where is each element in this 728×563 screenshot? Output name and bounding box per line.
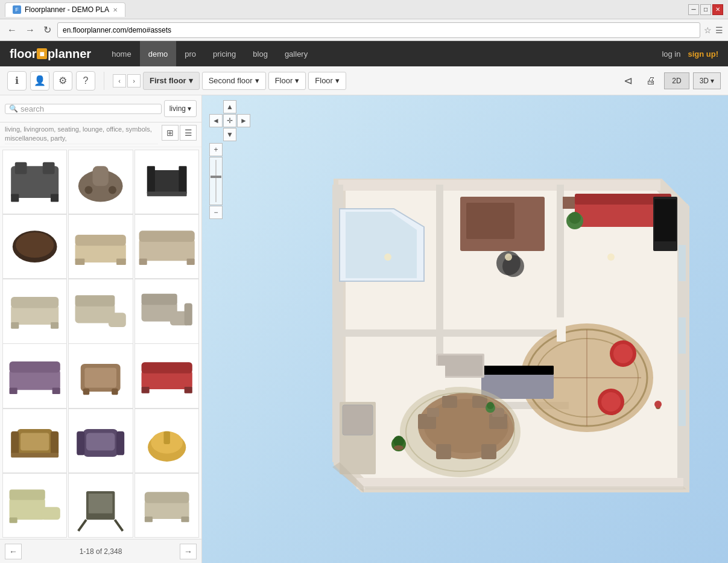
nav-right: log in sign up! — [662, 49, 718, 59]
svg-point-117 — [400, 387, 521, 477]
svg-rect-52 — [86, 433, 115, 450]
svg-rect-47 — [21, 433, 49, 450]
pan-up-button[interactable]: ▲ — [223, 100, 236, 113]
view-3d-button[interactable]: 3D ▾ — [693, 72, 721, 89]
nav-pricing[interactable]: pricing — [204, 41, 244, 66]
tab-close-button[interactable]: ✕ — [113, 7, 118, 13]
next-floor-button[interactable]: › — [127, 74, 141, 87]
print-button[interactable]: 🖨 — [641, 71, 660, 91]
next-page-button[interactable]: → — [180, 544, 197, 559]
svg-point-103 — [601, 392, 621, 412]
browser-tab[interactable]: F Floorplanner - DEMO PLA ✕ — [5, 2, 125, 17]
furniture-item-4[interactable] — [2, 214, 67, 279]
svg-rect-28 — [109, 313, 126, 327]
address-bar[interactable] — [57, 22, 700, 38]
nav-demo[interactable]: demo — [140, 41, 177, 66]
search-input[interactable] — [21, 104, 157, 113]
furniture-item-12[interactable] — [135, 343, 199, 408]
furniture-item-18[interactable] — [135, 473, 199, 538]
svg-rect-22 — [186, 258, 194, 265]
svg-rect-69 — [181, 517, 189, 522]
svg-line-65 — [115, 520, 123, 530]
zoom-slider-handle[interactable] — [210, 176, 221, 178]
app-logo: floor ■ planner — [10, 47, 91, 61]
svg-rect-57 — [163, 431, 170, 444]
furniture-item-2[interactable] — [68, 150, 133, 214]
pan-left-button[interactable]: ◄ — [209, 114, 223, 127]
nav-blog[interactable]: blog — [244, 41, 276, 66]
svg-rect-17 — [75, 258, 85, 265]
svg-line-64 — [78, 520, 86, 530]
category-dropdown[interactable]: living ▾ — [164, 100, 197, 117]
prev-page-button[interactable]: ← — [5, 544, 22, 559]
furniture-item-13[interactable] — [2, 409, 67, 473]
reload-button[interactable]: ↻ — [41, 23, 54, 37]
furniture-item-14[interactable] — [68, 409, 133, 473]
svg-rect-72 — [338, 180, 660, 191]
svg-rect-129 — [436, 366, 445, 390]
furniture-item-6[interactable] — [135, 214, 199, 279]
signup-link[interactable]: sign up! — [688, 49, 718, 59]
tab-title: Floorplanner - DEMO PLA — [25, 5, 109, 14]
toolbar-icons: ℹ 👤 ⚙ ? — [7, 71, 95, 91]
info-button[interactable]: ℹ — [7, 71, 27, 91]
first-floor-button[interactable]: First floor ▾ — [143, 72, 200, 90]
floor-navigation: ‹ › First floor ▾ Second floor ▾ Floor ▾… — [113, 72, 346, 90]
furniture-item-17[interactable] — [68, 473, 133, 538]
minimize-button[interactable]: ─ — [688, 4, 699, 15]
svg-rect-26 — [51, 322, 59, 329]
search-input-wrapper: 🔍 — [5, 104, 162, 114]
svg-rect-41 — [112, 389, 118, 395]
furniture-item-1[interactable] — [2, 150, 67, 214]
second-floor-button[interactable]: Second floor ▾ — [202, 72, 266, 90]
prev-floor-button[interactable]: ‹ — [113, 74, 126, 87]
bookmark-button[interactable]: ☆ — [704, 25, 712, 35]
view-2d-button[interactable]: 2D — [664, 72, 689, 89]
svg-rect-24 — [11, 297, 59, 308]
zoom-in-button[interactable]: + — [209, 143, 223, 156]
svg-point-123 — [394, 445, 404, 450]
nav-home[interactable]: home — [103, 41, 140, 66]
zoom-bar: + − — [209, 143, 250, 219]
furniture-item-16[interactable] — [2, 473, 67, 538]
close-button[interactable]: ✕ — [712, 4, 723, 15]
zoom-slider-track[interactable] — [209, 157, 223, 205]
floor4-button[interactable]: Floor ▾ — [308, 72, 346, 90]
pan-center-button[interactable]: ✛ — [223, 114, 236, 127]
floor3-button[interactable]: Floor ▾ — [268, 72, 306, 90]
floor3-label: Floor — [275, 76, 293, 85]
settings-button[interactable]: ⚙ — [53, 71, 72, 91]
share-button[interactable]: ⊲ — [618, 71, 638, 91]
zoom-out-button[interactable]: − — [209, 206, 223, 219]
first-floor-label: First floor — [150, 76, 186, 85]
svg-rect-36 — [10, 388, 17, 395]
furniture-item-10[interactable] — [2, 343, 67, 408]
person-button[interactable]: 👤 — [30, 71, 49, 91]
furniture-item-3[interactable] — [135, 150, 199, 214]
list-view-button[interactable]: ☰ — [180, 125, 197, 141]
grid-view-button[interactable]: ⊞ — [162, 125, 179, 141]
login-link[interactable]: log in — [662, 49, 680, 59]
logo-icon: ■ — [37, 48, 46, 59]
canvas-area[interactable]: ▲ ◄ ✛ ► ▼ + — [202, 95, 728, 563]
svg-rect-40 — [83, 389, 90, 395]
forward-button[interactable]: → — [23, 24, 37, 37]
nav-gallery[interactable]: gallery — [276, 41, 316, 66]
furniture-item-9[interactable] — [135, 279, 199, 343]
svg-rect-10 — [147, 166, 154, 194]
nav-pro[interactable]: pro — [176, 41, 204, 66]
back-button[interactable]: ← — [5, 24, 19, 37]
svg-rect-39 — [85, 368, 117, 388]
menu-button[interactable]: ☰ — [715, 25, 723, 35]
furniture-item-8[interactable] — [68, 279, 133, 343]
help-button[interactable]: ? — [76, 71, 95, 91]
furniture-item-5[interactable] — [68, 214, 133, 279]
nav-row-top: ▲ — [209, 100, 250, 113]
furniture-item-15[interactable] — [135, 409, 199, 473]
pan-down-button[interactable]: ▼ — [223, 128, 236, 141]
maximize-button[interactable]: □ — [700, 4, 711, 15]
svg-rect-4 — [51, 194, 59, 202]
pan-right-button[interactable]: ► — [237, 114, 250, 127]
furniture-item-7[interactable] — [2, 279, 67, 343]
furniture-item-11[interactable] — [68, 343, 133, 408]
